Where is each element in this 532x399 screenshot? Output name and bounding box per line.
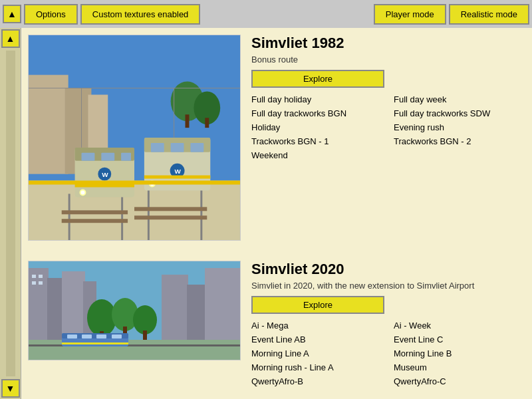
schedule-item [394, 149, 525, 162]
svg-rect-58 [143, 331, 147, 341]
schedule-item[interactable]: QwertyAfro-B [251, 375, 383, 388]
svg-rect-43 [47, 278, 64, 341]
svg-text:W: W [175, 168, 182, 175]
svg-rect-63 [67, 334, 77, 338]
schedule-item[interactable]: Morning Line A [251, 347, 383, 360]
svg-point-25 [81, 190, 85, 194]
route-title-2020: Simvliet 2020 [251, 261, 525, 278]
route-info-1982: Simvliet 1982 Bonus route Explore Full d… [251, 35, 525, 241]
svg-rect-50 [39, 275, 43, 278]
svg-rect-46 [162, 275, 188, 341]
svg-rect-52 [39, 281, 43, 285]
svg-rect-64 [82, 334, 92, 338]
route-title-1982: Simvliet 1982 [251, 35, 525, 52]
svg-rect-67 [62, 342, 128, 344]
svg-point-57 [133, 305, 157, 334]
route-subtitle-2020: Simvliet in 2020, with the new extension… [251, 281, 525, 291]
scroll-down-button[interactable]: ▼ [1, 379, 20, 398]
svg-rect-1 [29, 75, 68, 174]
schedule-item[interactable]: Morning rush - Line A [251, 361, 383, 374]
route-list: W W [21, 28, 532, 399]
svg-rect-51 [32, 281, 36, 285]
schedule-item[interactable]: Museum [394, 361, 525, 374]
svg-rect-60 [29, 344, 241, 346]
schedule-item[interactable]: Evening rush [394, 121, 525, 134]
svg-rect-29 [171, 143, 184, 152]
svg-rect-12 [200, 186, 202, 240]
route-image-2020 [28, 261, 241, 360]
svg-rect-20 [101, 153, 114, 161]
schedule-item[interactable]: Ai - Week [394, 319, 525, 332]
svg-rect-65 [96, 334, 106, 338]
route-info-2020: Simvliet 2020 Simvliet in 2020, with the… [251, 261, 525, 388]
toolbar: ▲ Options Custom textures enabled Player… [0, 0, 532, 28]
explore-button-2020[interactable]: Explore [251, 296, 384, 314]
svg-rect-19 [82, 153, 95, 161]
schedule-item[interactable]: Full day trackworks SDW [394, 107, 525, 120]
svg-rect-37 [29, 181, 240, 185]
svg-rect-42 [29, 268, 49, 341]
schedule-item[interactable]: Event Line C [394, 333, 525, 346]
left-scrollbar: ▲ ▼ [0, 28, 21, 399]
schedule-item[interactable]: Holiday [251, 121, 383, 134]
route-image-1982: W W [28, 35, 241, 241]
schedule-item[interactable]: Full day trackworks BGN [251, 107, 383, 120]
svg-rect-7 [205, 118, 209, 128]
svg-rect-36 [144, 176, 210, 179]
svg-rect-44 [62, 271, 85, 341]
textures-button[interactable]: Custom textures enabled [80, 4, 201, 25]
scroll-track [6, 51, 15, 376]
svg-rect-10 [121, 190, 123, 240]
schedule-item[interactable]: Ai - Mega [251, 319, 383, 332]
schedule-item[interactable]: Event Line AB [251, 333, 383, 346]
scroll-up-arrow[interactable]: ▲ [3, 5, 21, 23]
svg-rect-28 [151, 143, 164, 152]
route-card-simvliet-1982: W W [28, 35, 525, 247]
svg-rect-5 [186, 114, 190, 128]
schedule-item[interactable]: Weekend [251, 149, 383, 162]
svg-rect-9 [68, 194, 70, 240]
schedule-item[interactable]: Full day week [394, 93, 525, 106]
svg-rect-13 [62, 210, 128, 214]
schedule-item[interactable]: Trackworks BGN - 1 [251, 135, 383, 148]
svg-rect-14 [62, 219, 128, 223]
options-button[interactable]: Options [24, 4, 78, 25]
schedule-item[interactable]: Trackworks BGN - 2 [394, 135, 525, 148]
route-subtitle-1982: Bonus route [251, 55, 525, 65]
explore-button-1982[interactable]: Explore [251, 70, 384, 88]
svg-rect-48 [205, 268, 241, 341]
main-area: ▲ ▼ [0, 28, 532, 399]
svg-rect-21 [121, 153, 131, 161]
schedule-item[interactable]: Morning Line B [394, 347, 525, 360]
realistic-mode-button[interactable]: Realistic mode [449, 4, 529, 25]
schedule-item[interactable]: QwertyAfro-C [394, 375, 525, 388]
route-card-simvliet-2020: Simvliet 2020 Simvliet in 2020, with the… [28, 261, 525, 394]
schedule-item[interactable]: Full day holiday [251, 93, 383, 106]
svg-text:W: W [102, 171, 108, 178]
svg-rect-11 [148, 189, 150, 240]
svg-rect-49 [32, 275, 36, 278]
scroll-up-button[interactable]: ▲ [1, 29, 20, 48]
svg-rect-16 [134, 215, 207, 219]
svg-rect-15 [134, 207, 207, 211]
svg-rect-59 [29, 340, 241, 360]
schedule-grid-2020: Ai - Mega Ai - Week Event Line AB Event … [251, 319, 525, 388]
svg-point-53 [87, 299, 116, 336]
svg-rect-47 [187, 285, 207, 341]
schedule-grid-1982: Full day holiday Full day week Full day … [251, 93, 525, 162]
svg-rect-66 [112, 334, 122, 338]
player-mode-button[interactable]: Player mode [374, 4, 446, 25]
svg-rect-30 [190, 143, 203, 152]
